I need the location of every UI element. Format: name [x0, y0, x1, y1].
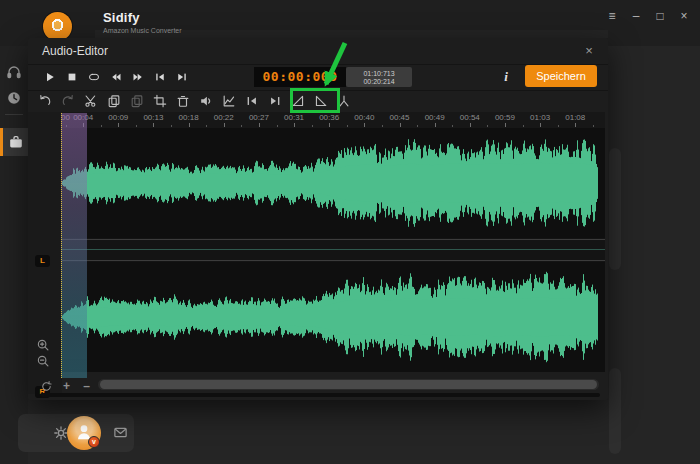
paste-icon	[130, 94, 144, 108]
app-subtitle: Amazon Music Converter	[103, 27, 182, 34]
ruler-label: 00:36	[313, 113, 345, 122]
fade-out-icon[interactable]	[314, 94, 328, 108]
sidify-logo-icon	[43, 12, 72, 41]
ruler-label: 00:59	[489, 113, 521, 122]
sidebar-item-history[interactable]	[6, 90, 22, 106]
separator-line	[62, 239, 605, 240]
selection-time: 00:20:214	[346, 78, 412, 85]
app-title: Sidify	[103, 10, 140, 25]
vip-badge: v	[88, 436, 100, 448]
channel-separator	[62, 238, 605, 262]
timecode-display: 00:00:000	[254, 67, 346, 87]
zoom-in-icon[interactable]	[36, 338, 50, 352]
mail-icon[interactable]	[113, 425, 128, 440]
dialog-close-icon[interactable]: ×	[580, 42, 598, 60]
dialog-title: Audio-Editor	[42, 44, 108, 58]
ruler-label: 00:22	[208, 113, 240, 122]
track-gutter: L R	[28, 112, 62, 394]
ruler-label: 00:27	[243, 113, 275, 122]
rewind-icon[interactable]	[110, 71, 122, 83]
ruler-label: 00:18	[173, 113, 205, 122]
copy-icon[interactable]	[107, 94, 121, 108]
cut-icon[interactable]	[84, 94, 98, 108]
waveform-area[interactable]: 00:0000:0400:0900:1300:1800:2200:2700:31…	[62, 112, 605, 372]
sidebar	[0, 46, 28, 464]
zoom-minus-icon[interactable]: –	[80, 380, 93, 393]
ruler-label: 00:45	[384, 113, 416, 122]
maximize-window-icon[interactable]: □	[652, 8, 668, 24]
stop-icon[interactable]	[66, 71, 78, 83]
separator-line	[62, 249, 605, 250]
zoom-out-icon[interactable]	[36, 354, 50, 368]
sidebar-divider	[5, 114, 23, 115]
background-scrollbar	[609, 368, 621, 454]
background-scrollbar	[609, 148, 621, 270]
sidebar-item-converter[interactable]	[6, 64, 22, 80]
marker-in-icon[interactable]	[245, 94, 259, 108]
fast-forward-icon[interactable]	[132, 71, 144, 83]
minimize-window-icon[interactable]: –	[628, 8, 644, 24]
sidebar-item-tools[interactable]	[0, 128, 28, 156]
ruler-label: 00:54	[454, 113, 486, 122]
silence-icon[interactable]	[337, 94, 351, 108]
audio-editor-dialog: Audio-Editor × 00:00:000 01:10:713 00:20…	[28, 38, 608, 400]
ruler-label: 00:13	[137, 113, 169, 122]
save-button[interactable]: Speichern	[525, 65, 597, 87]
reset-zoom-icon[interactable]	[40, 380, 53, 393]
time-info-box: 01:10:713 00:20:214	[346, 67, 412, 87]
dialog-bottom-strip	[40, 393, 600, 397]
ruler-label: 00:49	[419, 113, 451, 122]
undo-icon[interactable]	[38, 94, 52, 108]
edit-toolbar	[38, 90, 351, 112]
levels-icon[interactable]	[222, 94, 236, 108]
marker-out-icon[interactable]	[268, 94, 282, 108]
timeline-ruler[interactable]: 00:0000:0400:0900:1300:1800:2200:2700:31…	[62, 112, 605, 128]
duration-time: 01:10:713	[346, 70, 412, 77]
transport-controls	[44, 64, 188, 90]
fade-in-icon[interactable]	[291, 94, 305, 108]
ruler-label: 01:03	[524, 113, 556, 122]
window-controls: ≡–□×	[604, 8, 692, 24]
info-icon[interactable]: i	[498, 67, 514, 87]
skip-end-icon[interactable]	[176, 71, 188, 83]
separator-line	[62, 260, 605, 261]
waveform-right-channel[interactable]	[62, 262, 605, 372]
volume-icon[interactable]	[199, 94, 213, 108]
toolbox-icon	[8, 134, 24, 150]
redo-icon	[61, 94, 75, 108]
active-indicator	[0, 128, 3, 156]
close-window-icon[interactable]: ×	[676, 8, 692, 24]
ruler-label: 00:04	[67, 113, 99, 122]
loop-icon[interactable]	[88, 71, 100, 83]
crop-icon[interactable]	[153, 94, 167, 108]
ruler-label: 00:09	[102, 113, 134, 122]
horizontal-scrollbar-thumb[interactable]	[100, 380, 597, 389]
left-channel-badge: L	[35, 255, 50, 267]
zoom-bar: +–	[40, 378, 93, 394]
menu-window-icon[interactable]: ≡	[604, 8, 620, 24]
zoom-plus-icon[interactable]: +	[60, 380, 73, 393]
ruler-label: 01:08	[559, 113, 591, 122]
ruler-label: 00:31	[278, 113, 310, 122]
skip-start-icon[interactable]	[154, 71, 166, 83]
user-bar: v	[18, 414, 134, 452]
trash-icon[interactable]	[176, 94, 190, 108]
waveform-left-channel[interactable]	[62, 128, 605, 238]
ruler-label: 00:40	[348, 113, 380, 122]
play-icon[interactable]	[44, 71, 56, 83]
